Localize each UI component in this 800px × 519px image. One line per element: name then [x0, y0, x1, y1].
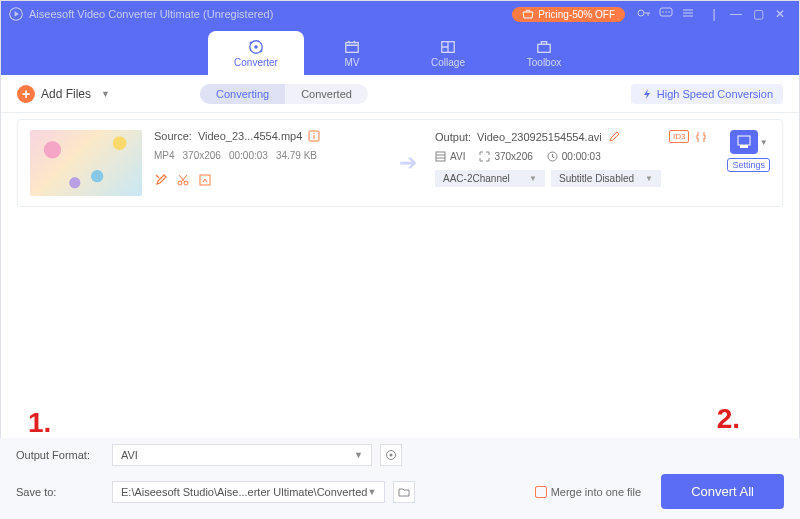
- chevron-down-icon: ▼: [101, 89, 110, 99]
- resolution-icon: [479, 151, 490, 162]
- source-duration: 00:00:03: [229, 150, 268, 161]
- id3-badge[interactable]: ID3: [669, 130, 689, 143]
- open-folder-button[interactable]: [393, 481, 415, 503]
- output-format: AVI: [450, 151, 465, 162]
- save-to-label: Save to:: [16, 486, 104, 498]
- minimize-button[interactable]: —: [725, 7, 747, 21]
- compress-icon[interactable]: [695, 131, 707, 143]
- clock-icon: [547, 151, 558, 162]
- segment-converting[interactable]: Converting: [200, 84, 285, 104]
- output-label: Output:: [435, 131, 471, 143]
- plus-icon: +: [17, 85, 35, 103]
- output-format-label: Output Format:: [16, 449, 104, 461]
- annotation-1: 1.: [28, 407, 51, 439]
- source-format: MP4: [154, 150, 175, 161]
- source-size: 34.79 KB: [276, 150, 317, 161]
- enhance-icon[interactable]: [198, 173, 212, 187]
- rename-icon[interactable]: [608, 131, 620, 143]
- file-row: Source: Video_23...4554.mp4 MP4 370x206 …: [17, 119, 783, 207]
- maximize-button[interactable]: ▢: [747, 7, 769, 21]
- svg-rect-9: [346, 42, 358, 52]
- arrow-icon: ➔: [399, 150, 417, 176]
- source-resolution: 370x206: [183, 150, 221, 161]
- tab-toolbox[interactable]: Toolbox: [496, 31, 592, 75]
- bottom-panel: Output Format: AVI▼ Save to: E:\Aiseesof…: [0, 438, 800, 519]
- app-logo-icon: [9, 7, 23, 21]
- svg-point-2: [638, 10, 644, 16]
- merge-checkbox[interactable]: Merge into one file: [535, 486, 642, 498]
- svg-rect-20: [740, 145, 748, 148]
- tab-mv[interactable]: MV: [304, 31, 400, 75]
- output-format-settings-button[interactable]: [380, 444, 402, 466]
- svg-point-8: [254, 45, 258, 49]
- titlebar: Aiseesoft Video Converter Ultimate (Unre…: [1, 1, 799, 27]
- svg-point-4: [662, 11, 664, 13]
- settings-column: ▼ Settings: [727, 130, 770, 172]
- video-thumbnail[interactable]: [30, 130, 142, 196]
- svg-marker-1: [15, 11, 19, 17]
- svg-rect-17: [436, 152, 445, 161]
- source-label: Source:: [154, 130, 192, 142]
- svg-point-6: [668, 11, 670, 13]
- high-speed-button[interactable]: High Speed Conversion: [631, 84, 783, 104]
- edit-icon[interactable]: [154, 173, 168, 187]
- feedback-icon[interactable]: [655, 7, 677, 22]
- svg-rect-19: [738, 136, 750, 145]
- tab-converter[interactable]: Converter: [208, 31, 304, 75]
- svg-rect-11: [538, 44, 550, 52]
- segment-converted[interactable]: Converted: [285, 84, 368, 104]
- add-files-button[interactable]: + Add Files ▼: [17, 85, 110, 103]
- menu-icon[interactable]: [677, 7, 699, 22]
- subtitle-select[interactable]: Subtitle Disabled▼: [551, 170, 661, 187]
- key-icon[interactable]: [633, 7, 655, 22]
- info-icon[interactable]: [308, 130, 320, 142]
- main-tabs: Converter MV Collage Toolbox: [1, 27, 799, 75]
- lightning-icon: [641, 88, 653, 100]
- source-block: Source: Video_23...4554.mp4 MP4 370x206 …: [154, 130, 381, 187]
- toolbar: + Add Files ▼ Converting Converted High …: [1, 75, 799, 113]
- chevron-down-icon[interactable]: ▼: [760, 138, 768, 147]
- svg-point-5: [665, 11, 667, 13]
- svg-rect-12: [541, 41, 546, 44]
- tab-collage[interactable]: Collage: [400, 31, 496, 75]
- save-to-select[interactable]: E:\Aiseesoft Studio\Aise...erter Ultimat…: [112, 481, 385, 503]
- close-button[interactable]: ✕: [769, 7, 791, 21]
- source-filename: Video_23...4554.mp4: [198, 130, 302, 142]
- output-filename: Video_230925154554.avi: [477, 131, 602, 143]
- cut-icon[interactable]: [176, 173, 190, 187]
- output-format-select[interactable]: AVI▼: [112, 444, 372, 466]
- annotation-2: 2.: [717, 403, 740, 435]
- convert-all-button[interactable]: Convert All: [661, 474, 784, 509]
- svg-rect-16: [200, 175, 210, 185]
- output-block: Output: Video_230925154554.avi ID3 AVI 3…: [435, 130, 707, 187]
- format-profile-button[interactable]: [730, 130, 758, 154]
- pricing-button[interactable]: Pricing-50% OFF: [512, 7, 625, 22]
- app-title: Aiseesoft Video Converter Ultimate (Unre…: [29, 8, 273, 20]
- status-segment: Converting Converted: [200, 84, 368, 104]
- film-icon: [435, 151, 446, 162]
- output-resolution: 370x206: [494, 151, 532, 162]
- svg-point-22: [390, 454, 393, 457]
- settings-button[interactable]: Settings: [727, 158, 770, 172]
- audio-select[interactable]: AAC-2Channel▼: [435, 170, 545, 187]
- output-duration: 00:00:03: [562, 151, 601, 162]
